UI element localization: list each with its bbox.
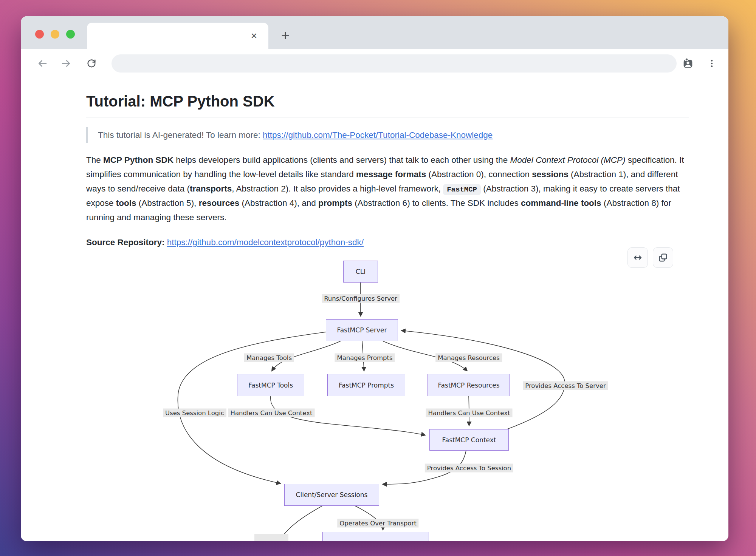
diagram-edge-server-prompts [362, 341, 364, 371]
diagram-edge-label: Manages Resources [435, 354, 502, 362]
diagram-node-cli: CLI [343, 261, 378, 283]
window-controls [35, 30, 75, 39]
source-repository-label: Source Repository: [86, 238, 165, 247]
diagram-edge-label [254, 534, 288, 541]
diagram-edge-server-tools [272, 341, 341, 371]
forward-icon[interactable] [59, 51, 73, 76]
diagram-edge-label: Handlers Can Use Context [228, 409, 315, 417]
source-repo-link[interactable]: https://github.com/modelcontextprotocol/… [167, 238, 364, 247]
diagram-edge-label: Uses Session Logic [163, 409, 226, 417]
diagram-edge-label: Manages Tools [244, 354, 294, 362]
diagram-edge-sessions-offscreen [279, 506, 322, 541]
diagram-node-server: FastMCP Server [326, 319, 398, 341]
copy-diagram-button[interactable] [653, 247, 673, 268]
expand-icon [632, 252, 643, 263]
minimize-window-button[interactable] [51, 30, 59, 39]
diagram-node-sessions: Client/Server Sessions [284, 484, 379, 506]
maximize-window-button[interactable] [66, 30, 75, 39]
intro-paragraph: The MCP Python SDK helps developers buil… [86, 153, 689, 225]
page-title: Tutorial: MCP Python SDK [86, 92, 689, 111]
diagram-node-tools: FastMCP Tools [237, 374, 304, 396]
browser-toolbar [21, 49, 728, 78]
diagram-node-resources: FastMCP Resources [428, 374, 510, 396]
source-repository-line: Source Repository: https://github.com/mo… [86, 235, 689, 250]
diagram-edge-sessions-transport [355, 506, 383, 530]
diagram-node-prompts: FastMCP Prompts [327, 374, 405, 396]
menu-icon[interactable] [703, 51, 720, 76]
diagram-edge-server-resources [383, 341, 467, 371]
browser-window: × + Tutorial: MCP Python SDK [21, 16, 728, 541]
diagram-node-context: FastMCP Context [429, 429, 509, 451]
diagram-controls [627, 247, 673, 268]
profile-icon[interactable] [679, 51, 697, 76]
diagram-edge-label: Runs/Configures Server [322, 294, 400, 303]
diagram-edge-label: Operates Over Transport [337, 519, 418, 528]
copy-icon [658, 252, 668, 263]
diagram-edge-label: Provides Access To Server [523, 381, 608, 390]
diagram-edge-server-sessions [178, 332, 326, 483]
diagram-edge-context-server [401, 331, 565, 429]
diagram-edge-context-sessions [383, 451, 466, 484]
page-content: Tutorial: MCP Python SDK This tutorial i… [21, 78, 718, 250]
diagram-edge-tools-context [271, 396, 425, 435]
tab-close-icon[interactable]: × [251, 31, 257, 41]
diagram-edge-label: Provides Access To Session [425, 464, 513, 473]
new-tab-button[interactable]: + [276, 27, 294, 43]
callout-text: This tutorial is AI-generated! To learn … [98, 130, 263, 140]
diagram-edge-resources-context [469, 396, 469, 426]
close-window-button[interactable] [35, 30, 44, 39]
tab-strip: × + [21, 16, 728, 49]
diagram-edge-label: Manages Prompts [335, 354, 395, 362]
url-bar[interactable] [112, 54, 677, 73]
browser-tab[interactable]: × [87, 23, 268, 49]
title-divider [86, 117, 689, 117]
desktop-background: × + Tutorial: MCP Python SDK [0, 0, 756, 556]
expand-diagram-button[interactable] [627, 247, 648, 268]
back-icon[interactable] [35, 51, 50, 76]
reload-icon[interactable] [84, 51, 99, 76]
diagram-edge-label: Handlers Can Use Context [426, 409, 513, 417]
callout-link[interactable]: https://github.com/The-Pocket/Tutorial-C… [263, 130, 493, 140]
diagram-node-transport [322, 532, 429, 541]
ai-generated-callout: This tutorial is AI-generated! To learn … [86, 127, 689, 143]
